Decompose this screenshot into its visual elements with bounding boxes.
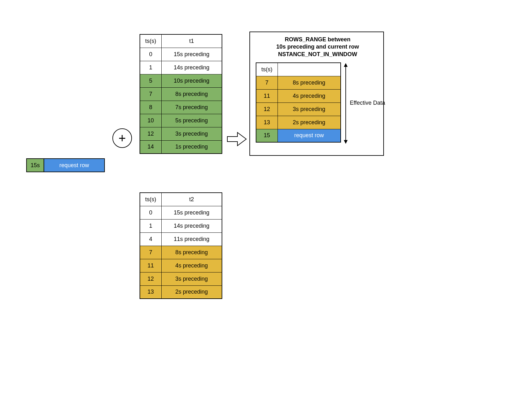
t2-val: 14s preceding [161, 219, 222, 232]
table-row: 78s preceding [140, 87, 222, 101]
t2-ts: 0 [140, 206, 161, 219]
t1-val: 10s preceding [161, 74, 222, 87]
table-row: 132s preceding [140, 285, 222, 299]
t1-ts: 14 [140, 140, 161, 154]
output-val: 3s preceding [278, 102, 341, 116]
rows-range-diagram: 15s request row + ts(s) t1 015s precedin… [0, 0, 532, 410]
table-row: 015s preceding [140, 48, 222, 61]
effective-data-label: Effective Data [350, 100, 385, 106]
svg-marker-2 [344, 140, 348, 144]
t1-val: 8s preceding [161, 87, 222, 101]
t1-ts: 0 [140, 48, 161, 61]
t1-val: 5s preceding [161, 114, 222, 127]
table-row: 105s preceding [140, 114, 222, 127]
output-header-ts: ts(s) [256, 63, 278, 76]
request-row-ts: 15s [27, 159, 44, 172]
table-row: 87s preceding [140, 101, 222, 114]
output-ts: 13 [256, 116, 278, 129]
output-val: 4s preceding [278, 89, 341, 102]
t1-ts: 8 [140, 101, 161, 114]
t1-table: ts(s) t1 015s preceding114s preceding510… [140, 34, 222, 154]
table-row: 123s preceding [256, 102, 341, 116]
t2-val: 3s preceding [161, 272, 222, 285]
t2-ts: 13 [140, 285, 161, 299]
t1-val: 7s preceding [161, 101, 222, 114]
t1-header-val: t1 [161, 34, 222, 48]
output-title: ROWS_RANGE between 10s preceding and cur… [255, 36, 380, 58]
t2-val: 4s preceding [161, 259, 222, 272]
svg-marker-1 [344, 63, 348, 67]
table-row: 141s preceding [140, 140, 222, 154]
table-row: 78s preceding [256, 76, 341, 89]
effective-data-arrow-icon [344, 63, 346, 144]
table-row: 114s preceding [140, 219, 222, 232]
arrow-icon [227, 132, 247, 148]
table-row: 132s preceding [256, 116, 341, 129]
table-row: 015s preceding [140, 206, 222, 219]
table-row: 411s preceding [140, 232, 222, 246]
t2-header-val: t2 [161, 193, 222, 206]
t2-ts: 7 [140, 246, 161, 259]
output-val: request row [278, 129, 341, 142]
t1-val: 15s preceding [161, 48, 222, 61]
t2-ts: 12 [140, 272, 161, 285]
t1-val: 1s preceding [161, 140, 222, 154]
table-row: 78s preceding [140, 246, 222, 259]
table-row: 123s preceding [140, 127, 222, 140]
t1-ts: 12 [140, 127, 161, 140]
table-row: 510s preceding [140, 74, 222, 87]
table-t1: ts(s) t1 015s preceding114s preceding510… [140, 34, 222, 154]
table-row: 15request row [256, 129, 341, 142]
table-row: 114s preceding [140, 61, 222, 74]
t2-val: 2s preceding [161, 285, 222, 299]
table-t2: ts(s) t2 015s preceding114s preceding411… [140, 192, 222, 299]
t2-ts: 11 [140, 259, 161, 272]
t2-ts: 1 [140, 219, 161, 232]
t2-table: ts(s) t2 015s preceding114s preceding411… [140, 192, 222, 299]
t1-ts: 10 [140, 114, 161, 127]
request-row-label: request row [44, 159, 104, 172]
output-val: 8s preceding [278, 76, 341, 89]
t2-val: 15s preceding [161, 206, 222, 219]
output-val: 2s preceding [278, 116, 341, 129]
output-ts: 11 [256, 89, 278, 102]
t1-val: 3s preceding [161, 127, 222, 140]
plus-icon: + [112, 128, 132, 148]
output-ts: 12 [256, 102, 278, 116]
request-row: 15s request row [26, 158, 105, 172]
output-table: ts(s) 78s preceding114s preceding123s pr… [256, 62, 341, 143]
t1-ts: 5 [140, 74, 161, 87]
t2-val: 8s preceding [161, 246, 222, 259]
t2-val: 11s preceding [161, 232, 222, 246]
t1-ts: 7 [140, 87, 161, 101]
t2-header-ts: ts(s) [140, 193, 161, 206]
t2-ts: 4 [140, 232, 161, 246]
t1-val: 14s preceding [161, 61, 222, 74]
t1-ts: 1 [140, 61, 161, 74]
table-row: 114s preceding [256, 89, 341, 102]
table-row: 123s preceding [140, 272, 222, 285]
t1-header-ts: ts(s) [140, 34, 161, 48]
output-ts: 15 [256, 129, 278, 142]
output-ts: 7 [256, 76, 278, 89]
table-row: 114s preceding [140, 259, 222, 272]
output-header-val [278, 63, 341, 76]
